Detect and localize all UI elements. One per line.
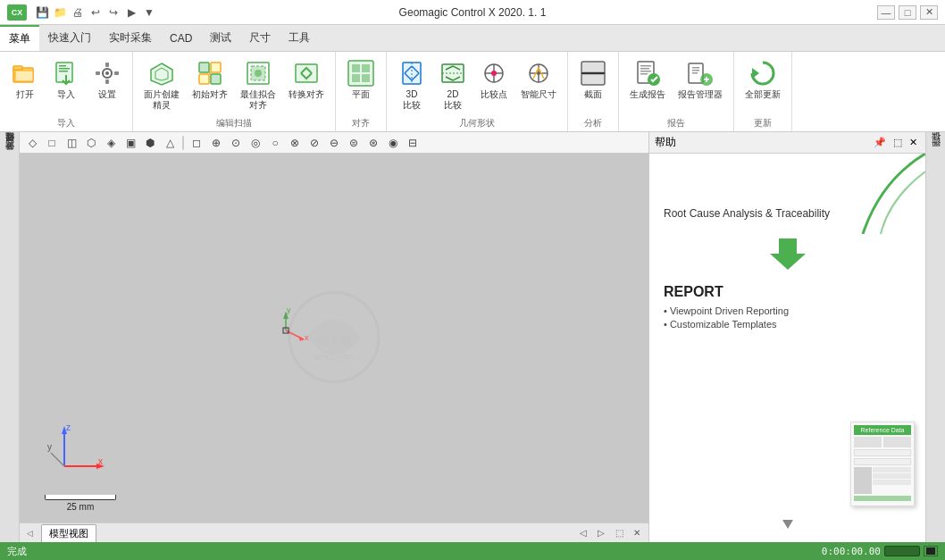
compare-point-button[interactable]: 比较点 xyxy=(474,55,514,104)
convert-align-button[interactable]: 转换对齐 xyxy=(283,55,330,104)
vp-btn-13[interactable]: ○ xyxy=(266,135,284,151)
minimize-button[interactable]: — xyxy=(877,5,895,20)
compare-point-icon xyxy=(480,59,508,88)
vp-btn-6[interactable]: ▣ xyxy=(121,135,139,151)
import-group-label: 导入 xyxy=(5,115,127,130)
qa-run[interactable]: ▶ xyxy=(123,4,139,21)
vp-btn-2[interactable]: □ xyxy=(43,135,61,151)
sidebar-tab-measure[interactable]: 测量计 xyxy=(2,154,18,161)
settings-button[interactable]: 设置 xyxy=(88,55,127,104)
vp-btn-14[interactable]: ⊗ xyxy=(286,135,304,151)
3d-compare-label: 3D比较 xyxy=(403,89,421,111)
vp-btn-10[interactable]: ⊕ xyxy=(207,135,225,151)
vp-btn-18[interactable]: ⊛ xyxy=(364,135,382,151)
help-title: 帮助 xyxy=(655,135,676,150)
initial-align-icon xyxy=(196,59,224,88)
menu-dimension[interactable]: 尺寸 xyxy=(240,25,280,51)
vp-btn-7[interactable]: ⬢ xyxy=(141,135,159,151)
smart-dim-button[interactable]: 智能尺寸 xyxy=(515,55,562,104)
report-manager-button[interactable]: 报告管理器 xyxy=(673,55,728,104)
sidebar-tab-model-tree[interactable]: 模型树 xyxy=(2,136,18,143)
svg-rect-52 xyxy=(692,67,699,69)
qa-undo[interactable]: ↩ xyxy=(88,4,104,21)
help-close-btn[interactable]: ✕ xyxy=(907,137,920,148)
sidebar-tab-properties[interactable]: 属性管理器 xyxy=(2,145,18,152)
vp-btn-20[interactable]: ⊟ xyxy=(404,135,422,151)
menu-tools[interactable]: 工具 xyxy=(280,25,319,51)
scroll-left-btn[interactable]: ◁ xyxy=(23,526,36,540)
qa-redo[interactable]: ↪ xyxy=(105,4,121,21)
report-bullet-2: • Customizable Templates xyxy=(664,319,911,330)
right-tab-1[interactable]: 模型 xyxy=(928,136,944,143)
viewport-tab-strip: ◁ 模型视图 ◁ ▷ ⬚ ✕ xyxy=(20,522,648,542)
vp-btn-5[interactable]: ◈ xyxy=(102,135,120,151)
best-fit-button[interactable]: 最佳拟合对齐 xyxy=(235,55,281,114)
menu-test[interactable]: 测试 xyxy=(201,25,240,51)
initial-align-button[interactable]: 初始对齐 xyxy=(187,55,233,104)
analysis-buttons: 截面 xyxy=(573,55,613,115)
vp-btn-separator xyxy=(182,136,184,150)
svg-rect-46 xyxy=(640,65,651,67)
vp-btn-4[interactable]: ⬡ xyxy=(82,135,100,151)
section-icon xyxy=(579,59,607,88)
settings-label: 设置 xyxy=(98,89,116,100)
svg-text:anxz.com: anxz.com xyxy=(315,351,354,361)
help-pin-btn[interactable]: 📌 xyxy=(871,137,889,148)
help-float-btn[interactable]: ⬚ xyxy=(891,137,905,148)
progress-bar xyxy=(884,546,920,556)
2d-compare-button[interactable]: 2D比较 xyxy=(433,55,472,114)
menu-caiddan[interactable]: 菜单 xyxy=(0,25,39,51)
vp-btn-8[interactable]: △ xyxy=(161,135,179,151)
qa-open[interactable]: 📁 xyxy=(52,4,68,21)
svg-rect-49 xyxy=(640,73,648,75)
plane-button[interactable]: 平面 xyxy=(341,55,381,104)
viewport-tab-model[interactable]: 模型视图 xyxy=(41,524,96,542)
svg-rect-54 xyxy=(692,72,698,74)
menu-realtime[interactable]: 实时采集 xyxy=(100,25,161,51)
report-thumbnail: Reference Data xyxy=(850,422,915,506)
right-tab-3[interactable]: 图计 xyxy=(928,150,944,157)
vp-btn-9[interactable]: ◻ xyxy=(188,135,205,151)
help-header-controls: 📌 ⬚ ✕ xyxy=(871,137,920,148)
tab-scroll-left[interactable]: ◁ xyxy=(575,525,591,541)
status-bar: 完成 0:00:00.00 xyxy=(0,542,945,560)
qa-dropdown[interactable]: ▼ xyxy=(141,4,157,21)
qa-save[interactable]: 💾 xyxy=(34,4,50,21)
right-tab-2[interactable]: 评估 xyxy=(928,143,944,150)
vp-btn-12[interactable]: ◎ xyxy=(247,135,264,151)
vp-btn-17[interactable]: ⊜ xyxy=(345,135,363,151)
close-button[interactable]: ✕ xyxy=(920,5,938,20)
open-button[interactable]: 打开 xyxy=(5,55,45,104)
tab-float[interactable]: ⬚ xyxy=(611,525,627,541)
vp-btn-1[interactable]: ◇ xyxy=(23,135,41,151)
tab-scroll-right[interactable]: ▷ xyxy=(593,525,609,541)
initial-align-label: 初始对齐 xyxy=(192,89,228,100)
svg-marker-77 xyxy=(770,238,806,270)
update-all-button[interactable]: 全部更新 xyxy=(740,55,786,104)
menu-cad[interactable]: CAD xyxy=(161,25,201,51)
vp-btn-3[interactable]: ◫ xyxy=(63,135,80,151)
svg-rect-2 xyxy=(15,71,33,81)
maximize-button[interactable]: □ xyxy=(899,5,916,20)
help-down-arrow xyxy=(770,234,806,270)
vp-btn-19[interactable]: ◉ xyxy=(384,135,402,151)
help-scroll-down[interactable] xyxy=(781,516,795,533)
section-button[interactable]: 截面 xyxy=(573,55,613,104)
viewport-content[interactable]: 安下载 anxz.com z x y xyxy=(20,154,648,522)
svg-rect-57 xyxy=(706,77,707,82)
menu-quickstart[interactable]: 快速入门 xyxy=(39,25,100,51)
plane-label: 平面 xyxy=(352,89,370,100)
help-content: Root Cause Analysis & Traceability REPOR… xyxy=(649,154,925,542)
vp-btn-16[interactable]: ⊖ xyxy=(325,135,343,151)
vp-btn-11[interactable]: ⊙ xyxy=(227,135,245,151)
tab-close[interactable]: ✕ xyxy=(629,525,645,541)
report-label: 报告 xyxy=(624,115,728,130)
qa-print[interactable]: 🖨 xyxy=(70,4,86,21)
mesh-wizard-button[interactable]: 面片创建精灵 xyxy=(138,55,185,114)
generate-report-button[interactable]: 生成报告 xyxy=(624,55,671,104)
3d-compare-button[interactable]: 3D比较 xyxy=(392,55,431,114)
quick-access-toolbar: 💾 📁 🖨 ↩ ↪ ▶ ▼ xyxy=(30,4,161,21)
import-button[interactable]: 导入 xyxy=(46,55,86,104)
vp-btn-15[interactable]: ⊘ xyxy=(305,135,323,151)
svg-rect-1 xyxy=(13,66,22,70)
